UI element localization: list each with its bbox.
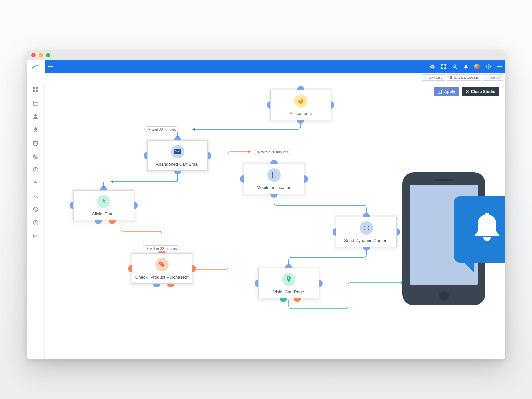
svg-point-19 (160, 263, 161, 264)
sidebar (27, 82, 45, 359)
database-icon[interactable] (32, 140, 39, 146)
calendar-icon[interactable] (32, 100, 39, 106)
node-label: Visits Cart Page (261, 289, 316, 294)
svg-point-23 (439, 291, 449, 301)
node-clicks-email[interactable]: Clicks Email (72, 189, 135, 222)
svg-point-1 (488, 66, 489, 67)
svg-point-20 (288, 277, 289, 279)
rocket-icon[interactable] (32, 126, 39, 133)
delay-tag-within-b[interactable]: ◔within 30 minutes (143, 245, 180, 251)
traffic-minimize-icon[interactable] (39, 53, 43, 57)
node-label: Abandoned Cart Email (150, 162, 205, 167)
svg-point-8 (34, 141, 38, 142)
topbar (27, 60, 505, 73)
studio-close-button[interactable]: ✕Close Studio (462, 87, 499, 96)
node-label: Mobile notification (246, 185, 302, 190)
node-abandoned-cart-email[interactable]: Abandoned Cart Email (146, 139, 209, 172)
envelope-icon (171, 145, 184, 158)
menu-toggle-icon[interactable] (45, 65, 57, 68)
node-send-dynamic-content[interactable]: Send Dynamic Content (335, 215, 398, 248)
phone-illustration (396, 166, 505, 313)
svg-rect-6 (33, 101, 38, 105)
share-icon[interactable] (426, 60, 438, 73)
svg-rect-3 (36, 87, 38, 89)
user-avatar[interactable] (471, 60, 483, 73)
expand-icon[interactable] (438, 60, 449, 73)
ban-icon[interactable] (32, 206, 39, 213)
svg-point-11 (35, 156, 36, 157)
svg-rect-4 (33, 90, 35, 92)
svg-point-18 (274, 177, 274, 178)
delay-tag-within-a[interactable]: ◔within 30 minutes (254, 149, 291, 155)
tag-icon (155, 258, 169, 271)
node-mobile-notification[interactable]: Mobile notification (242, 162, 306, 195)
target-icon[interactable] (32, 153, 39, 160)
actionbar: ✕CANCEL 🖫SAVE & CLOSE ✓APPLY (27, 73, 505, 82)
delay-tag-wait[interactable]: ◔wait 30 minutes (144, 126, 179, 132)
expand-arrows-icon (360, 221, 373, 235)
dashboard-icon[interactable] (32, 193, 39, 200)
node-check-product-purchased[interactable]: Check "Product Purchased" (130, 252, 194, 285)
clock-icon[interactable] (32, 166, 39, 173)
cancel-button[interactable]: ✕CANCEL (422, 74, 445, 81)
traffic-zoom-icon[interactable] (46, 53, 50, 57)
svg-point-7 (34, 114, 37, 117)
user-icon[interactable] (32, 113, 39, 120)
search-icon[interactable] (449, 60, 460, 73)
svg-point-0 (453, 65, 456, 67)
node-label: Clicks Email (76, 211, 131, 216)
node-label: All contacts (273, 111, 328, 116)
traffic-close-icon[interactable] (31, 53, 36, 57)
chart-icon[interactable] (32, 233, 39, 239)
node-label: Check "Product Purchased" (134, 275, 190, 280)
studio-apply-button[interactable]: Apply (434, 87, 459, 96)
bell-icon[interactable] (460, 60, 471, 73)
svg-rect-16 (174, 149, 181, 154)
more-menu-icon[interactable] (494, 60, 505, 73)
workflow-canvas[interactable]: Apply ✕Close Studio (45, 82, 505, 359)
svg-rect-5 (36, 90, 38, 92)
app-window: ✕CANCEL 🖫SAVE & CLOSE ✓APPLY Apply (27, 50, 505, 359)
svg-rect-24 (435, 179, 453, 181)
gear-icon[interactable] (483, 60, 494, 73)
pie-icon (294, 94, 307, 108)
plugin-icon[interactable] (32, 180, 39, 186)
node-label: Send Dynamic Content (339, 238, 394, 243)
app-logo[interactable] (27, 60, 45, 73)
grid-icon[interactable] (32, 86, 39, 93)
node-visits-cart-page[interactable]: Visits Cart Page (257, 267, 320, 300)
save-close-button[interactable]: 🖫SAVE & CLOSE (447, 74, 481, 81)
map-pin-icon (282, 273, 295, 286)
pointer-icon (97, 195, 110, 208)
mobile-icon (267, 168, 281, 182)
svg-rect-2 (33, 87, 35, 89)
mac-titlebar (27, 50, 505, 60)
node-all-contacts[interactable]: All contacts (269, 88, 332, 121)
clock2-icon[interactable] (32, 219, 39, 226)
apply-button[interactable]: ✓APPLY (483, 74, 503, 81)
